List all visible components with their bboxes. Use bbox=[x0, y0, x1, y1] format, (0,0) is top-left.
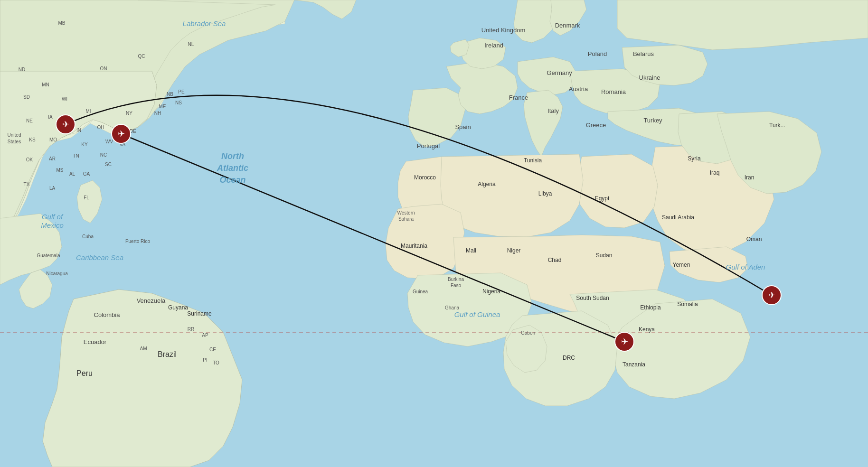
tanzania-label: Tanzania bbox=[623, 361, 645, 368]
egypt-label: Egypt bbox=[595, 195, 610, 202]
nd-label: ND bbox=[19, 67, 25, 72]
mali-label: Mali bbox=[466, 247, 476, 254]
western-sahara-label: Western bbox=[397, 210, 415, 215]
italy-label: Italy bbox=[547, 107, 559, 114]
portugal-label: Portugal bbox=[417, 142, 440, 149]
plane-marker-eastcoast[interactable]: ✈ bbox=[112, 124, 131, 143]
colombia-label: Colombia bbox=[94, 311, 121, 318]
iraq-label: Iraq bbox=[710, 169, 720, 176]
svg-text:✈: ✈ bbox=[62, 120, 69, 129]
mi-label: MI bbox=[85, 109, 91, 114]
niger-label: Niger bbox=[507, 247, 521, 254]
north-atlantic-label: North bbox=[221, 151, 244, 161]
labrador-sea-label: Labrador Sea bbox=[183, 19, 226, 28]
peru-label: Peru bbox=[76, 369, 93, 377]
plane-marker-tanzania[interactable]: ✈ bbox=[615, 332, 634, 351]
poland-label: Poland bbox=[588, 50, 607, 57]
burkina-faso-label2: Faso bbox=[451, 283, 462, 288]
map-container: Labrador Sea North Atlantic Ocean Gulf o… bbox=[0, 0, 868, 467]
nh-label: NH bbox=[154, 111, 161, 116]
tunisia-label: Tunisia bbox=[524, 157, 542, 164]
morocco-label: Morocco bbox=[414, 174, 436, 181]
belarus-label: Belarus bbox=[633, 50, 654, 57]
mb-label: MB bbox=[58, 20, 66, 26]
ecuador-label: Ecuador bbox=[84, 338, 107, 346]
qc-label: QC bbox=[138, 54, 145, 59]
ky-label: KY bbox=[81, 142, 88, 147]
ok-label: OK bbox=[26, 157, 33, 162]
mauritania-label: Mauritania bbox=[401, 243, 427, 249]
pe-label: PE bbox=[178, 89, 185, 94]
libya-label: Libya bbox=[538, 190, 552, 197]
guinea-label: Guinea bbox=[413, 289, 428, 294]
tx-label: TX bbox=[24, 182, 30, 187]
mo-label: MO bbox=[49, 137, 57, 142]
north-atlantic-label3: Ocean bbox=[219, 175, 245, 185]
gulf-mexico-label2: Mexico bbox=[41, 221, 64, 229]
oman-label: Oman bbox=[746, 236, 762, 243]
nb-label: NB bbox=[167, 92, 173, 97]
ks-label: KS bbox=[29, 137, 36, 142]
us-label: United bbox=[8, 132, 21, 138]
nicaragua-label: Nicaragua bbox=[46, 271, 68, 276]
gulf-guinea-label: Gulf of Guinea bbox=[454, 310, 500, 318]
nigeria-label: Nigeria bbox=[482, 288, 500, 295]
south-sudan-label: South Sudan bbox=[576, 295, 609, 301]
am-label: AM bbox=[140, 346, 147, 351]
venezuela-label: Venezuela bbox=[137, 297, 166, 304]
ukraine-label: Ukraine bbox=[639, 74, 660, 81]
nl-label: NL bbox=[188, 42, 194, 47]
germany-label: Germany bbox=[547, 69, 572, 76]
puerto-rico-label: Puerto Rico bbox=[125, 239, 151, 244]
ghana-label: Ghana bbox=[445, 305, 459, 310]
us-label2: States bbox=[8, 139, 21, 144]
in-label: IN bbox=[76, 128, 81, 133]
syria-label: Syria bbox=[688, 155, 701, 162]
austria-label: Austria bbox=[569, 85, 588, 93]
pi-label: PI bbox=[203, 357, 207, 363]
romania-label: Romania bbox=[601, 88, 626, 95]
ap-label: AP bbox=[202, 333, 208, 338]
nc-label: NC bbox=[100, 152, 107, 158]
mn-label: MN bbox=[42, 82, 49, 87]
sudan-label: Sudan bbox=[596, 252, 613, 259]
yemen-label: Yemen bbox=[673, 262, 690, 268]
oh-label: OH bbox=[97, 125, 104, 130]
ce-label: CE bbox=[209, 347, 216, 352]
fl-label: FL bbox=[84, 195, 89, 200]
burkina-faso-label: Burkina bbox=[448, 277, 464, 282]
cuba-label: Cuba bbox=[82, 234, 94, 239]
la-label: LA bbox=[49, 186, 56, 191]
drc-label: DRC bbox=[563, 355, 575, 361]
svg-text:✈: ✈ bbox=[621, 337, 628, 346]
saudi-arabia-label: Saudi Arabia bbox=[662, 214, 694, 221]
greece-label: Greece bbox=[586, 121, 606, 129]
ethiopia-label: Ethiopia bbox=[640, 304, 661, 311]
plane-marker-chicago[interactable]: ✈ bbox=[56, 115, 75, 134]
kenya-label: Kenya bbox=[639, 326, 655, 333]
plane-marker-ethiopia[interactable]: ✈ bbox=[762, 286, 781, 305]
algeria-label: Algeria bbox=[478, 181, 496, 187]
uk-label: United Kingdom bbox=[481, 27, 526, 34]
ga-label: GA bbox=[83, 171, 90, 177]
brazil-label: Brazil bbox=[158, 350, 177, 358]
ia-label: IA bbox=[48, 114, 53, 120]
to-label: TO bbox=[213, 360, 219, 365]
ms-label: MS bbox=[57, 168, 64, 173]
turk-label: Turk... bbox=[769, 122, 785, 129]
tn-label: TN bbox=[73, 153, 79, 159]
gulf-mexico-label: Gulf of bbox=[42, 213, 64, 221]
north-atlantic-label2: Atlantic bbox=[217, 163, 248, 173]
me-label: ME bbox=[159, 104, 166, 109]
suriname-label: Suriname bbox=[187, 310, 212, 317]
caribbean-label: Caribbean Sea bbox=[76, 253, 123, 262]
wi-label: WI bbox=[62, 96, 67, 102]
svg-text:✈: ✈ bbox=[768, 290, 775, 300]
western-sahara-label2: Sahara bbox=[398, 216, 414, 222]
map-svg: Labrador Sea North Atlantic Ocean Gulf o… bbox=[0, 0, 868, 467]
chad-label: Chad bbox=[548, 257, 562, 263]
guyana-label: Guyana bbox=[168, 304, 188, 311]
spain-label: Spain bbox=[455, 123, 471, 131]
ny-label: NY bbox=[126, 111, 132, 116]
ns-label: NS bbox=[175, 100, 182, 105]
